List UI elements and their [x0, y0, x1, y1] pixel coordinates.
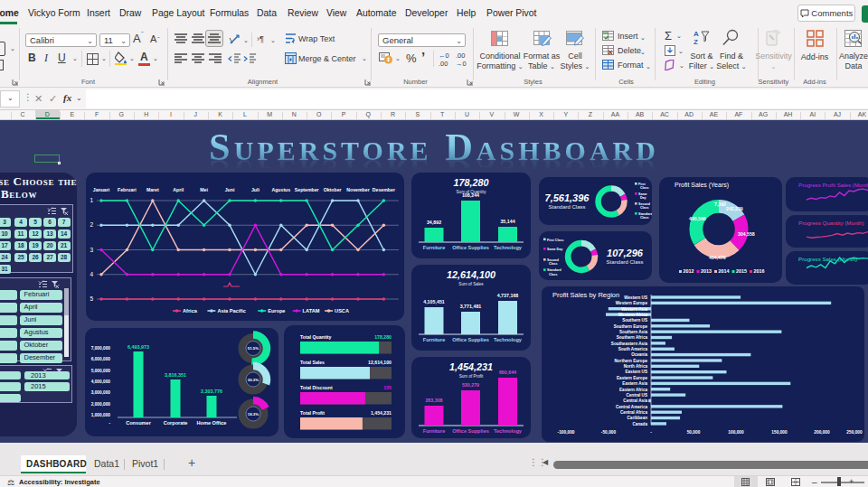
svg-text:Western US: Western US	[624, 295, 647, 300]
svg-text:7,000,000: 7,000,000	[91, 346, 111, 351]
svg-text:Class: Class	[549, 273, 558, 276]
svg-text:12,614,100: 12,614,100	[368, 360, 392, 365]
svg-text:Central Asia: Central Asia	[623, 398, 647, 403]
svg-text:5,000,000: 5,000,000	[91, 369, 111, 373]
svg-text:Southeastern Asia: Southeastern Asia	[611, 342, 648, 346]
svg-text:304,558: 304,558	[738, 231, 755, 237]
svg-text:Office Supplies: Office Supplies	[452, 428, 489, 434]
svg-text:283,308: 283,308	[425, 398, 442, 403]
svg-text:-50,000: -50,000	[601, 430, 617, 435]
svg-text:South America: South America	[618, 347, 648, 351]
svg-text:4,737,168: 4,737,168	[497, 293, 519, 298]
svg-text:242,239: 242,239	[726, 206, 743, 211]
svg-text:Juni: Juni	[225, 187, 235, 192]
svg-text:3,771,481: 3,771,481	[460, 304, 482, 309]
svg-text:Western Africa: Western Africa	[618, 313, 648, 317]
svg-text:Agustus: Agustus	[271, 187, 290, 192]
svg-text:Central US: Central US	[627, 393, 648, 398]
svg-text:Southern US: Southern US	[622, 318, 647, 323]
svg-text:North Africa: North Africa	[624, 364, 648, 369]
svg-text:Consumer: Consumer	[126, 420, 151, 426]
svg-text:660,644: 660,644	[499, 370, 516, 375]
svg-text:1: 1	[90, 197, 93, 203]
svg-text:Z: Z	[693, 38, 698, 45]
svg-text:Central Africa: Central Africa	[620, 410, 647, 415]
svg-text:Total Sales: Total Sales	[300, 360, 325, 365]
svg-text:Canada: Canada	[632, 422, 647, 426]
svg-text:Standard: Standard	[638, 212, 652, 216]
svg-text:Central America: Central America	[616, 405, 648, 409]
svg-text:Western Europe: Western Europe	[616, 301, 648, 305]
svg-text:Technology: Technology	[494, 245, 523, 250]
svg-text:30.3%: 30.3%	[248, 378, 259, 382]
svg-text:35,144: 35,144	[500, 219, 514, 224]
svg-text:Eastern Asia: Eastern Asia	[622, 381, 647, 386]
svg-text:Class: Class	[640, 206, 649, 210]
svg-text:Technology: Technology	[494, 428, 523, 434]
svg-text:100,000: 100,000	[728, 430, 744, 435]
svg-text:Desember: Desember	[373, 187, 395, 192]
svg-text:2013: 2013	[701, 268, 712, 274]
svg-text:Technology: Technology	[494, 337, 523, 342]
svg-text:Oktober: Oktober	[324, 187, 342, 192]
svg-text:Class: Class	[640, 186, 649, 190]
svg-text:Total Quantity: Total Quantity	[300, 334, 332, 340]
svg-text:2015: 2015	[736, 268, 747, 274]
svg-text:Day: Day	[640, 196, 646, 200]
svg-text:Europe: Europe	[268, 308, 285, 314]
svg-text:April: April	[173, 187, 184, 192]
svg-text:Second: Second	[638, 202, 650, 206]
svg-text:2,303,776: 2,303,776	[201, 389, 222, 394]
svg-text:LATAM: LATAM	[303, 308, 320, 314]
svg-text:First Class: First Class	[547, 239, 563, 242]
svg-text:250,000: 250,000	[846, 430, 863, 435]
svg-text:Eastern Africa: Eastern Africa	[619, 388, 647, 392]
svg-text:-: -	[650, 430, 652, 435]
svg-text:1,000,000: 1,000,000	[91, 413, 111, 417]
svg-text:178,280: 178,280	[374, 334, 392, 340]
svg-text:Class: Class	[549, 262, 558, 266]
svg-text:Southern Asia: Southern Asia	[619, 330, 647, 334]
svg-text:Mei: Mei	[200, 187, 208, 192]
svg-text:Total Profit: Total Profit	[300, 410, 325, 416]
svg-text:Same: Same	[638, 192, 647, 196]
svg-text:-100,000: -100,000	[558, 430, 575, 435]
svg-text:150,000: 150,000	[771, 430, 788, 435]
svg-text:200,000: 200,000	[814, 430, 830, 435]
svg-text:Eastern US: Eastern US	[625, 370, 647, 374]
svg-text:Furniture: Furniture	[423, 337, 446, 342]
svg-text:Caribbean: Caribbean	[627, 416, 648, 420]
svg-text:Western Asia: Western Asia	[621, 307, 647, 312]
svg-text:51.5%: 51.5%	[248, 346, 259, 351]
svg-text:Class: Class	[640, 216, 649, 220]
svg-text:Eastern Europe: Eastern Europe	[617, 376, 647, 380]
svg-text:Southern Africa: Southern Africa	[617, 335, 648, 340]
svg-text:5: 5	[90, 295, 93, 302]
svg-text:4,000,000: 4,000,000	[91, 379, 111, 384]
svg-text:18.3%: 18.3%	[248, 412, 259, 417]
svg-text:Asia Pacific: Asia Pacific	[217, 308, 245, 314]
svg-text:4,105,451: 4,105,451	[423, 299, 445, 304]
svg-text:Office Supplies: Office Supplies	[452, 337, 489, 342]
svg-text:2,000,000: 2,000,000	[91, 402, 111, 407]
svg-text:155: 155	[383, 385, 392, 390]
svg-text:404,476: 404,476	[709, 255, 726, 260]
svg-text:495,566: 495,566	[689, 216, 706, 221]
svg-text:34,892: 34,892	[427, 220, 441, 225]
svg-text:1,454,231: 1,454,231	[371, 410, 392, 416]
svg-text:3,816,351: 3,816,351	[165, 372, 186, 378]
svg-text:3,000,000: 3,000,000	[91, 390, 111, 395]
svg-text:Januari: Januari	[93, 187, 110, 192]
svg-text:USCA: USCA	[335, 308, 349, 314]
svg-text:Office Supplies: Office Supplies	[452, 245, 489, 250]
svg-text:Furniture: Furniture	[423, 428, 446, 434]
svg-text:Home Office: Home Office	[197, 420, 227, 426]
svg-text:2014: 2014	[719, 268, 730, 274]
svg-text:Southern Europe: Southern Europe	[614, 324, 648, 329]
svg-text:530,279: 530,279	[462, 382, 479, 388]
svg-text:2012: 2012	[684, 268, 694, 274]
svg-text:-: -	[108, 421, 110, 426]
svg-text:First: First	[638, 183, 646, 186]
svg-text:3: 3	[90, 247, 93, 253]
svg-text:Same Day: Same Day	[547, 248, 562, 251]
